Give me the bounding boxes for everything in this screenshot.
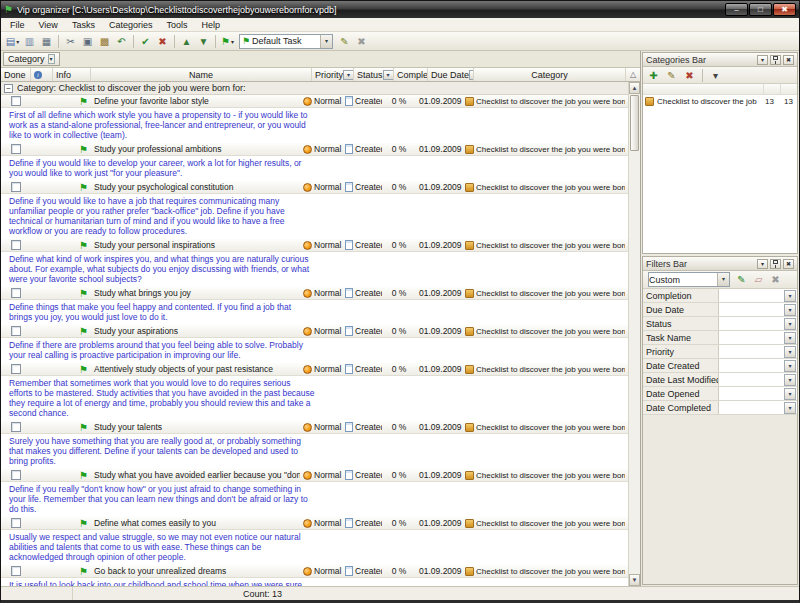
filter-value[interactable]: ▾	[719, 401, 797, 414]
task-name[interactable]: Study what brings you joy	[91, 287, 300, 299]
task-name[interactable]: Study your personal inspirations	[91, 239, 300, 251]
close-icon[interactable]: ✖	[783, 259, 794, 269]
cancel-task-icon[interactable]: ✖	[154, 33, 171, 49]
task-row[interactable]: ⚑ Study your psychological constitution …	[1, 181, 628, 194]
menu-item[interactable]: Tasks	[65, 19, 102, 31]
column-due-date[interactable]: Due Date ▾	[428, 68, 474, 81]
new-note-icon[interactable]: ▥	[21, 33, 38, 49]
close-button[interactable]: ✖	[773, 3, 796, 16]
new-task-icon[interactable]: ▤▾	[4, 33, 21, 49]
task-done-checkbox[interactable]	[11, 326, 21, 336]
move-down-icon[interactable]: ▼	[195, 33, 212, 49]
collapse-group-icon[interactable]: −	[4, 84, 13, 93]
close-icon[interactable]: ✖	[783, 55, 794, 65]
filter-dropdown-icon[interactable]: ▾	[784, 318, 796, 330]
status-filter-dropdown-icon[interactable]: ▾	[383, 70, 394, 80]
column-info[interactable]: Info	[53, 68, 91, 81]
undo-icon[interactable]: ↶	[113, 33, 130, 49]
filter-preset-combo[interactable]: Custom ▾	[648, 272, 730, 287]
task-row[interactable]: ⚑ Study your talents Normal	[1, 421, 628, 434]
task-name[interactable]: Study your psychological constitution	[91, 181, 300, 193]
priority-filter-dropdown-icon[interactable]: ▾	[343, 70, 354, 80]
bar-menu-icon[interactable]: ▾	[757, 55, 768, 65]
delete-filter-icon[interactable]: ✖	[767, 272, 784, 288]
delete-template-icon[interactable]: ✖	[353, 33, 370, 49]
titlebar[interactable]: ⚑ Vip organizer [C:\Users\Desktop\Checkl…	[1, 1, 799, 18]
task-row[interactable]: ⚑ Define your favorite labor style Norma…	[1, 95, 628, 108]
task-row[interactable]: ⚑ Study what you have avoided earlier be…	[1, 469, 628, 482]
filter-value[interactable]: ▾	[719, 303, 797, 316]
column-category[interactable]: Category	[474, 68, 626, 81]
filter-dropdown-icon[interactable]: ▾	[784, 374, 796, 386]
sort-ascending-icon[interactable]: △	[626, 68, 640, 81]
cut-icon[interactable]: ✂	[62, 33, 79, 49]
edit-template-icon[interactable]: ✎	[336, 33, 353, 49]
task-done-checkbox[interactable]	[11, 422, 21, 432]
task-done-checkbox[interactable]	[11, 288, 21, 298]
filter-dropdown-icon[interactable]: ▾	[784, 290, 796, 302]
task-done-checkbox[interactable]	[11, 96, 21, 106]
edit-category-icon[interactable]: ✎	[663, 67, 680, 83]
task-name[interactable]: Study your talents	[91, 421, 300, 433]
menu-item[interactable]: View	[32, 19, 65, 31]
task-row[interactable]: ⚑ Define what comes easily to you Normal	[1, 517, 628, 530]
default-task-dropdown-icon[interactable]: ▾	[320, 35, 332, 48]
task-name[interactable]: Study your aspirations	[91, 325, 300, 337]
move-up-icon[interactable]: ▲	[178, 33, 195, 49]
task-name[interactable]: Study your professional ambitions	[91, 143, 300, 155]
scroll-up-icon[interactable]: ▲	[629, 82, 640, 94]
menu-item[interactable]: Tools	[159, 19, 194, 31]
mark-complete-icon[interactable]: ✔	[137, 33, 154, 49]
column-complete[interactable]: Complete	[394, 68, 428, 81]
filter-dropdown-icon[interactable]: ▾	[784, 332, 796, 344]
task-done-checkbox[interactable]	[11, 566, 21, 576]
dropdown-arrow-icon[interactable]: ▾	[231, 38, 234, 45]
filter-dropdown-icon[interactable]: ▾	[784, 346, 796, 358]
maximize-button[interactable]: □	[749, 3, 772, 16]
task-done-checkbox[interactable]	[11, 518, 21, 528]
menu-item[interactable]: File	[3, 19, 32, 31]
task-row[interactable]: ⚑ Go back to your unrealized dreams Norm…	[1, 565, 628, 578]
filter-value[interactable]: ▾	[719, 345, 797, 358]
category-tree-item[interactable]: Checklist to discover the job you were b…	[643, 95, 797, 108]
clear-filter-icon[interactable]: ▱	[750, 272, 767, 288]
group-by-dropdown-icon[interactable]: ▾	[48, 54, 55, 64]
task-row[interactable]: ⚑ Study what brings you joy Normal	[1, 287, 628, 300]
task-row[interactable]: ⚑ Study your personal inspirations Norma…	[1, 239, 628, 252]
column-done[interactable]: Done	[1, 68, 31, 81]
edit-filter-icon[interactable]: ✎	[733, 272, 750, 288]
scrollbar-thumb[interactable]	[630, 95, 639, 151]
new-from-template-icon[interactable]: ⚑▾	[219, 33, 236, 49]
copy-icon[interactable]: ▣	[79, 33, 96, 49]
column-name[interactable]: Name	[91, 68, 312, 81]
delete-category-icon[interactable]: ✖	[681, 67, 698, 83]
group-by-category-tab[interactable]: Category ▾	[3, 52, 60, 66]
filter-value[interactable]: ▾	[719, 387, 797, 400]
task-name[interactable]: Define your favorite labor style	[91, 95, 300, 107]
task-name[interactable]: Study what you have avoided earlier beca…	[91, 469, 300, 481]
task-done-checkbox[interactable]	[11, 240, 21, 250]
pin-icon[interactable]	[770, 259, 781, 269]
filter-value[interactable]: ▾	[719, 359, 797, 372]
task-name[interactable]: Attentively study objects of your past r…	[91, 363, 300, 375]
minimize-button[interactable]: –	[725, 3, 748, 16]
new-category-icon[interactable]: ✚	[645, 67, 662, 83]
column-priority[interactable]: Priority ▾	[312, 68, 354, 81]
task-done-checkbox[interactable]	[11, 182, 21, 192]
default-task-combo[interactable]: ⚑ Default Task ▾	[239, 34, 333, 49]
menu-item[interactable]: Help	[194, 19, 227, 31]
filter-preset-dropdown-icon[interactable]: ▾	[717, 273, 729, 286]
categories-bar-header[interactable]: Categories Bar ▾ ✖	[643, 53, 797, 67]
task-row[interactable]: ⚑ Study your aspirations Normal	[1, 325, 628, 338]
pin-icon[interactable]	[770, 55, 781, 65]
menu-item[interactable]: Categories	[102, 19, 160, 31]
category-group-row[interactable]: − Category: Checklist to discover the jo…	[1, 82, 628, 95]
task-done-checkbox[interactable]	[11, 144, 21, 154]
dropdown-arrow-icon[interactable]: ▾	[16, 38, 19, 45]
task-name[interactable]: Define what comes easily to you	[91, 517, 300, 529]
filters-bar-header[interactable]: Filters Bar ▾ ✖	[643, 257, 797, 271]
task-row[interactable]: ⚑ Study your professional ambitions Norm…	[1, 143, 628, 156]
task-done-checkbox[interactable]	[11, 470, 21, 480]
task-name[interactable]: Go back to your unrealized dreams	[91, 565, 300, 577]
column-attachment[interactable]: i	[31, 68, 53, 81]
